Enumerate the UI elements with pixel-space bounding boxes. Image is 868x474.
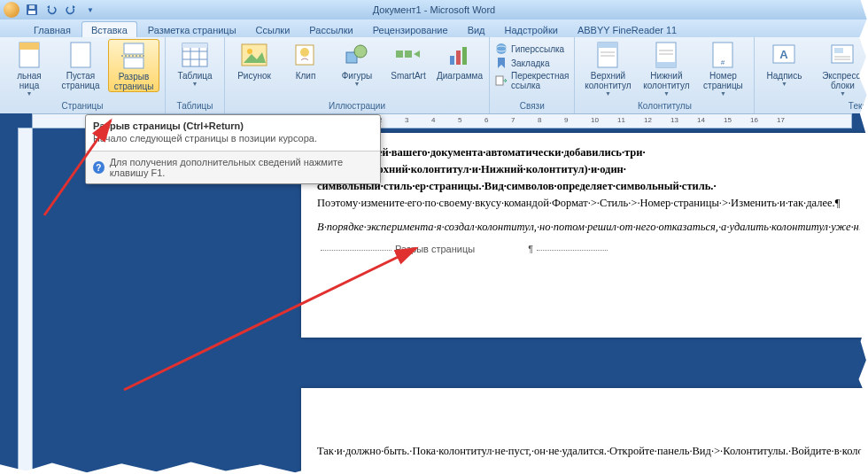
group-label: Текст xyxy=(760,101,868,113)
svg-rect-2 xyxy=(29,5,35,9)
group-stranitsy: льная ница▼ Пустая страница Разрыв стран… xyxy=(0,37,166,113)
chart-button[interactable]: Диаграмма xyxy=(436,39,484,81)
quick-access-toolbar: ▼ xyxy=(25,3,97,17)
svg-point-16 xyxy=(247,49,252,54)
shapes-button[interactable]: Фигуры▼ xyxy=(333,39,381,87)
crossref-icon xyxy=(495,74,508,87)
clipart-button[interactable]: Клип xyxy=(282,39,329,81)
svg-point-20 xyxy=(354,45,367,58)
tab-vid[interactable]: Вид xyxy=(459,22,494,37)
tooltip-title: Разрыв страницы (Ctrl+Return) xyxy=(86,115,380,133)
bookmark-icon xyxy=(495,57,508,69)
svg-rect-23 xyxy=(450,56,454,65)
tab-glavnaya[interactable]: Главная xyxy=(25,22,80,37)
footer-button[interactable]: Нижний колонтитул▼ xyxy=(639,39,694,97)
page-break-icon xyxy=(120,42,148,70)
footer-icon xyxy=(652,41,680,69)
save-icon[interactable] xyxy=(25,3,39,17)
clip-icon xyxy=(291,41,320,69)
redo-icon[interactable] xyxy=(64,3,78,17)
smartart-icon xyxy=(394,41,422,69)
header-icon xyxy=(593,41,622,69)
smartart-button[interactable]: SmartArt xyxy=(384,39,432,81)
quickparts-icon xyxy=(828,41,856,69)
table-icon xyxy=(181,41,209,69)
tab-rassylki[interactable]: Рассылки xyxy=(300,22,361,37)
group-svyazi: Гиперссылка Закладка Перекрестная ссылка… xyxy=(490,37,575,113)
bookmark-button[interactable]: Закладка xyxy=(495,57,569,69)
textbox-button[interactable]: AНадпись▼ xyxy=(760,39,808,87)
undo-icon[interactable] xyxy=(44,3,58,17)
hyperlink-button[interactable]: Гиперссылка xyxy=(495,43,569,55)
svg-rect-34 xyxy=(656,62,676,67)
svg-rect-24 xyxy=(456,51,461,65)
page-blank-icon xyxy=(66,41,95,69)
pagenum-icon: # xyxy=(709,41,737,69)
blank-page-button[interactable]: Пустая страница xyxy=(57,39,105,90)
tab-ssylki[interactable]: Ссылки xyxy=(247,22,299,37)
qat-dropdown-icon[interactable]: ▼ xyxy=(83,3,97,17)
group-illyustratsii: Рисунок Клип Фигуры▼ SmartArt Диаграмма … xyxy=(225,37,490,113)
picture-icon xyxy=(240,41,268,69)
window-title: Документ1 - Microsoft Word xyxy=(373,4,495,15)
group-kolontituly: Верхний колонтитул▼ Нижний колонтитул▼ #… xyxy=(575,37,755,113)
titlebar: ▼ Документ1 - Microsoft Word xyxy=(0,0,868,19)
help-icon: ? xyxy=(93,161,105,174)
doc-text: Так·и·должно·быть.·Пока·колонтитул·не·пу… xyxy=(317,445,868,457)
svg-text:A: A xyxy=(780,48,789,61)
link-icon xyxy=(495,43,508,55)
page-break-marker: Разрыв страницы¶ xyxy=(317,243,862,256)
doc-text: В·порядке·эксперимента·я·создал·колонтит… xyxy=(317,221,868,233)
group-label: Страницы xyxy=(5,101,159,113)
group-label: Колонтитулы xyxy=(580,101,748,113)
svg-point-26 xyxy=(496,43,507,54)
vertical-ruler[interactable] xyxy=(18,128,33,474)
ribbon: льная ница▼ Пустая страница Разрыв стран… xyxy=(0,37,868,114)
svg-point-18 xyxy=(300,48,309,57)
document-page-1[interactable]: список·стилей·вашего·документа·автоматич… xyxy=(301,133,868,338)
svg-text:#: # xyxy=(721,58,725,66)
picture-button[interactable]: Рисунок xyxy=(230,39,278,81)
tab-abbyy[interactable]: ABBYY FineReader 11 xyxy=(569,22,686,37)
svg-rect-5 xyxy=(71,43,90,67)
page-number-button[interactable]: #Номер страницы▼ xyxy=(697,39,748,97)
office-orb-button[interactable] xyxy=(4,2,19,18)
tab-razmetka[interactable]: Разметка страницы xyxy=(139,22,245,37)
table-button[interactable]: Таблица▼ xyxy=(171,39,219,87)
group-tablitsy: Таблица▼ Таблицы xyxy=(166,37,225,113)
page-break-tooltip: Разрыв страницы (Ctrl+Return) Начало сле… xyxy=(85,114,381,184)
tooltip-footer: ? Для получения дополнительных сведений … xyxy=(86,151,380,183)
svg-rect-30 xyxy=(598,43,617,48)
svg-rect-1 xyxy=(28,11,35,14)
group-label: Связи xyxy=(495,101,569,113)
svg-rect-6 xyxy=(124,43,143,54)
shapes-icon xyxy=(343,41,371,69)
svg-rect-14 xyxy=(182,43,207,48)
tab-vstavka[interactable]: Вставка xyxy=(81,21,137,37)
svg-rect-7 xyxy=(124,58,143,68)
header-button[interactable]: Верхний колонтитул▼ xyxy=(580,39,635,97)
document-page-2[interactable]: Так·и·должно·быть.·Пока·колонтитул·не·пу… xyxy=(301,388,868,474)
svg-rect-25 xyxy=(462,47,467,65)
quickparts-button[interactable]: Экспресс-блоки▼ xyxy=(811,39,868,97)
group-label: Таблицы xyxy=(171,101,219,113)
tooltip-body: Начало следующей страницы в позиции курс… xyxy=(86,133,380,151)
page-cover-icon xyxy=(15,41,43,69)
svg-rect-4 xyxy=(19,43,39,50)
svg-rect-21 xyxy=(396,51,403,58)
tab-recenz[interactable]: Рецензирование xyxy=(364,22,457,37)
app-window: ▼ Документ1 - Microsoft Word Главная Вст… xyxy=(0,0,868,474)
chart-icon xyxy=(446,41,474,69)
svg-rect-42 xyxy=(834,48,843,53)
doc-text: Поэтому·измените·его·по·своему·вкусу·ком… xyxy=(317,197,840,209)
crossref-button[interactable]: Перекрестная ссылка xyxy=(495,71,569,90)
group-label: Иллюстрации xyxy=(230,101,484,113)
svg-rect-22 xyxy=(405,51,412,58)
textbox-icon: A xyxy=(770,41,798,69)
group-tekst: AНадпись▼ Экспресс-блоки▼ AWordArt▼ AБук… xyxy=(755,37,868,113)
page-break-button[interactable]: Разрыв страницы xyxy=(108,39,159,92)
cover-page-button[interactable]: льная ница▼ xyxy=(5,39,53,97)
svg-rect-28 xyxy=(496,76,503,85)
ribbon-tabs: Главная Вставка Разметка страницы Ссылки… xyxy=(0,19,868,37)
tab-nadstroiki[interactable]: Надстройки xyxy=(496,22,567,37)
